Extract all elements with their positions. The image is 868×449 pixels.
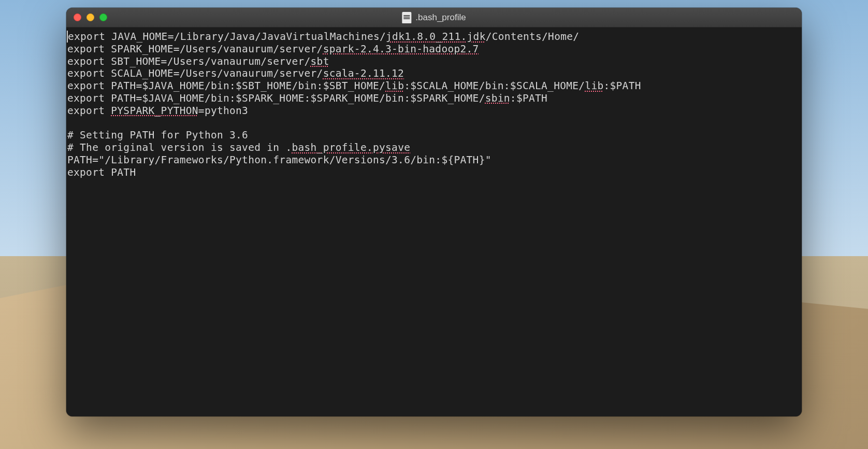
editor-line[interactable]: export JAVA_HOME=/Library/Java/JavaVirtu… — [67, 31, 801, 43]
editor-line[interactable] — [67, 117, 801, 129]
code-text: /Contents/Home/ — [486, 31, 580, 43]
window-title-group: .bash_profile — [402, 12, 466, 23]
spell-underlined-text: sbin — [485, 92, 510, 104]
editor-window: .bash_profile export JAVA_HOME=/Library/… — [66, 8, 802, 416]
editor-line[interactable]: export SCALA_HOME=/Users/vanaurum/server… — [67, 67, 801, 80]
code-text: export PATH=$JAVA_HOME/bin:$SPARK_HOME:$… — [67, 92, 485, 104]
text-editor-area[interactable]: export JAVA_HOME=/Library/Java/JavaVirtu… — [66, 27, 802, 416]
maximize-button[interactable] — [99, 13, 107, 21]
editor-line[interactable]: export SPARK_HOME=/Users/vanaurum/server… — [67, 43, 801, 55]
code-text: :$SCALA_HOME/bin:$SCALA_HOME/ — [404, 80, 585, 92]
code-text: # Setting PATH for Python 3.6 — [67, 129, 248, 141]
editor-line[interactable]: export PATH — [67, 166, 801, 179]
spell-underlined-text: sbt — [311, 55, 329, 67]
spell-underlined-text: lib — [385, 80, 404, 92]
editor-line[interactable]: # Setting PATH for Python 3.6 — [67, 129, 801, 142]
minimize-button[interactable] — [86, 13, 94, 21]
code-text: export JAVA_HOME=/Library/Java/JavaVirtu… — [68, 31, 386, 43]
traffic-lights — [74, 13, 107, 21]
editor-line[interactable]: export PATH=$JAVA_HOME/bin:$SBT_HOME/bin… — [67, 80, 801, 92]
editor-line[interactable]: export PATH=$JAVA_HOME/bin:$SPARK_HOME:$… — [67, 92, 801, 105]
window-title: .bash_profile — [415, 12, 466, 23]
code-text: export PATH — [67, 166, 136, 178]
code-text: PATH="/Library/Frameworks/Python.framewo… — [67, 154, 491, 166]
editor-line[interactable]: export SBT_HOME=/Users/vanaurum/server/s… — [67, 55, 801, 68]
code-text: :$PATH — [603, 80, 641, 92]
code-text: export SBT_HOME=/Users/vanaurum/server/ — [67, 55, 311, 67]
window-titlebar[interactable]: .bash_profile — [66, 8, 802, 27]
code-text: =python3 — [198, 105, 248, 117]
spell-underlined-text: jdk1.8.0_211.jdk — [386, 31, 486, 43]
close-button[interactable] — [74, 13, 81, 21]
spell-underlined-text: PYSPARK_PYTHON — [111, 105, 198, 117]
editor-line[interactable]: PATH="/Library/Frameworks/Python.framewo… — [67, 154, 801, 166]
code-text: export SPARK_HOME=/Users/vanaurum/server… — [67, 43, 323, 55]
spell-underlined-text: scala-2.11.12 — [323, 67, 404, 79]
spell-underlined-text: spark-2.4.3-bin-hadoop2.7 — [323, 43, 479, 55]
document-icon — [402, 12, 411, 23]
editor-line[interactable]: # The original version is saved in .bash… — [67, 142, 801, 154]
spell-underlined-text: lib — [585, 80, 603, 92]
code-text: # The original version is saved in . — [67, 142, 292, 153]
spell-underlined-text: bash_profile.pysave — [292, 142, 410, 153]
code-text: export — [67, 105, 111, 117]
code-text: :$PATH — [510, 92, 547, 104]
editor-line[interactable]: export PYSPARK_PYTHON=python3 — [67, 105, 801, 117]
code-text: export PATH=$JAVA_HOME/bin:$SBT_HOME/bin… — [67, 80, 385, 92]
code-text: export SCALA_HOME=/Users/vanaurum/server… — [67, 67, 323, 79]
